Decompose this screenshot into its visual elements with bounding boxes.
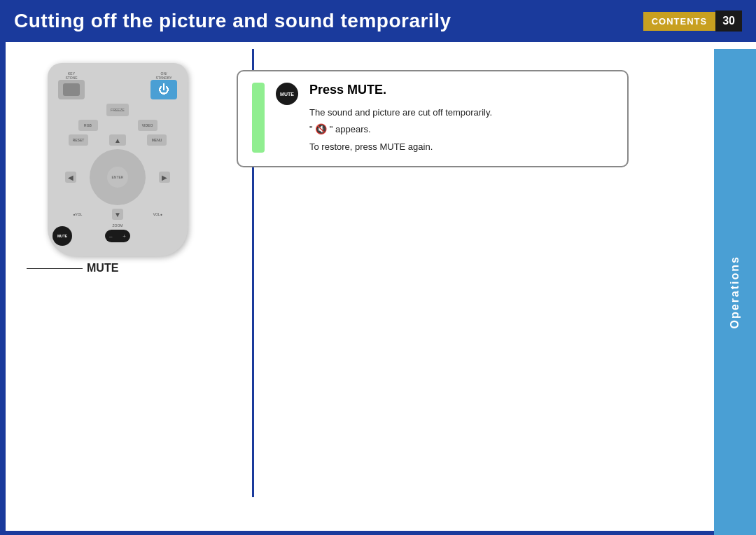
remote-top-row: KEYSTONE ON/STANDBY ⏻ <box>58 71 177 99</box>
standby-button[interactable]: ⏻ <box>150 80 177 99</box>
dpad-row: ◀ ENTER ▶ <box>58 149 177 205</box>
keystone-label: KEYSTONE <box>58 71 85 80</box>
mute-circle-icon: MUTE <box>276 83 298 105</box>
mute-icon-inline: 🔇 <box>315 120 327 138</box>
vol-plus-label: VOL● <box>153 212 162 216</box>
mute-minus-icon: – <box>109 233 112 239</box>
page-header: Cutting off the picture and sound tempor… <box>0 0 756 42</box>
enter-button[interactable]: ENTER <box>107 167 128 188</box>
reset-button[interactable]: RESET <box>69 134 88 146</box>
page-number: 30 <box>715 11 742 32</box>
main-content: KEYSTONE ON/STANDBY ⏻ FREEZE <box>6 42 756 289</box>
mute-button-remote[interactable]: MUTE <box>52 226 72 246</box>
vol-minus-label: ●VOL <box>73 212 82 216</box>
reset-menu-row: RESET ▲ MENU <box>58 134 177 146</box>
mute-arrow-label: MUTE <box>27 262 216 275</box>
keystone-button[interactable] <box>58 80 85 99</box>
page-title: Cutting off the picture and sound tempor… <box>14 10 451 32</box>
instruction-area: MUTE Press MUTE. The sound and picture a… <box>237 63 700 275</box>
instruction-box: MUTE Press MUTE. The sound and picture a… <box>237 70 629 167</box>
up-button[interactable]: ▲ <box>109 134 126 146</box>
dpad: ENTER <box>90 149 146 205</box>
mute-text: MUTE <box>87 262 118 275</box>
vol-row: ●VOL ▼ VOL● <box>58 209 177 220</box>
keystone-icon <box>63 83 80 96</box>
standby-label: ON/STANDBY <box>150 71 177 80</box>
operations-sidebar: Operations <box>714 49 756 535</box>
mute-button-label: MUTE <box>57 234 67 238</box>
rgb-button[interactable]: RGB <box>78 120 98 131</box>
zoom-label: ZOOM <box>58 223 177 228</box>
instruction-desc: The sound and picture are cut off tempor… <box>309 104 613 155</box>
remote-area: KEYSTONE ON/STANDBY ⏻ FREEZE <box>20 56 216 275</box>
instruction-line2: " 🔇 " appears. <box>309 124 371 134</box>
instruction-text: Press MUTE. The sound and picture are cu… <box>309 83 613 155</box>
remote-control: KEYSTONE ON/STANDBY ⏻ FREEZE <box>48 63 188 256</box>
instruction-inner: MUTE Press MUTE. The sound and picture a… <box>252 83 613 155</box>
sidebar-label: Operations <box>729 256 741 328</box>
left-button[interactable]: ◀ <box>65 172 76 183</box>
freeze-row: FREEZE <box>58 104 177 116</box>
mute-plus-icon: + <box>122 233 126 239</box>
mute-connector-line <box>27 268 83 269</box>
contents-button[interactable]: CONTENTS <box>643 12 716 31</box>
mute-control-bar[interactable]: – + <box>105 230 130 242</box>
down-button[interactable]: ▼ <box>112 209 123 220</box>
left-accent-bar <box>0 0 6 535</box>
rgb-video-row: RGB VIDEO <box>58 120 177 131</box>
instruction-line1: The sound and picture are cut off tempor… <box>309 107 492 118</box>
instruction-line3: To restore, press MUTE again. <box>309 141 433 152</box>
mute-row: MUTE – + <box>58 230 177 242</box>
header-right: CONTENTS 30 <box>643 11 742 32</box>
instruction-title: Press MUTE. <box>309 83 613 97</box>
bottom-accent-bar <box>6 531 714 535</box>
video-button[interactable]: VIDEO <box>138 120 158 131</box>
power-icon: ⏻ <box>158 83 169 96</box>
right-button[interactable]: ▶ <box>159 172 170 183</box>
freeze-button[interactable]: FREEZE <box>106 104 129 116</box>
menu-button[interactable]: MENU <box>147 134 167 146</box>
green-accent-bar <box>252 83 265 153</box>
